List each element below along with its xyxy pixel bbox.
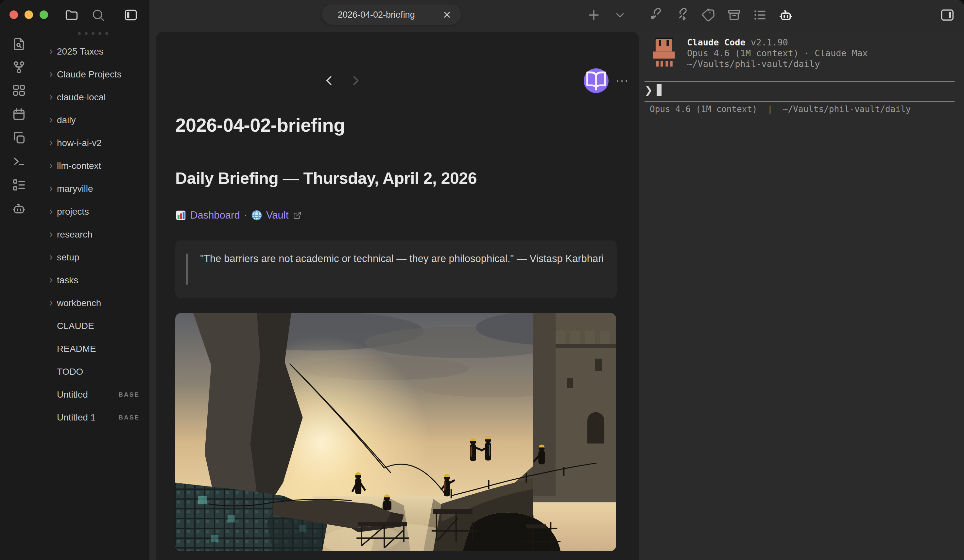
tab-list-chevron-down-icon[interactable] bbox=[612, 8, 627, 23]
git-fork-icon[interactable] bbox=[11, 60, 26, 75]
base-badge: BASE bbox=[118, 414, 140, 421]
tree-row-readme[interactable]: README bbox=[37, 338, 145, 359]
hero-image[interactable] bbox=[175, 313, 616, 551]
tree-row-how-i-ai-v2[interactable]: how-i-ai-v2 bbox=[37, 133, 145, 154]
claude-code-model-line: Opus 4.6 (1M context) · Claude Max bbox=[687, 48, 868, 58]
nav-back-icon[interactable] bbox=[322, 73, 337, 88]
note-heading[interactable]: Daily Briefing — Thursday, April 2, 2026 bbox=[175, 169, 477, 188]
tree-item-label: claude-local bbox=[57, 92, 106, 102]
prompt-chevron: ❯ bbox=[645, 84, 653, 96]
panel-left-toggle-icon[interactable] bbox=[124, 8, 138, 22]
tree-row-claude-projects[interactable]: Claude Projects bbox=[37, 64, 145, 85]
claude-code-cwd: ~/Vaults/phil-vault/daily bbox=[687, 58, 868, 69]
tree-item-label: tasks bbox=[57, 275, 78, 286]
tree-row-maryville[interactable]: maryville bbox=[37, 179, 145, 199]
tab-close-icon[interactable] bbox=[442, 10, 452, 19]
bar-chart-icon bbox=[175, 210, 186, 221]
outgoing-links-icon[interactable] bbox=[675, 8, 690, 23]
nav-forward-icon[interactable] bbox=[348, 73, 363, 88]
calendar-icon[interactable] bbox=[11, 107, 26, 122]
tree-row-claude[interactable]: CLAUDE bbox=[37, 316, 145, 336]
tree-item-label: README bbox=[57, 344, 96, 354]
new-tab-plus-icon[interactable] bbox=[586, 8, 601, 23]
tab-2026-04-02-briefing[interactable]: 2026-04-02-briefing bbox=[322, 5, 461, 25]
tree-row-todo[interactable]: TODO bbox=[37, 361, 145, 382]
layout-dashboard-icon[interactable] bbox=[11, 83, 26, 98]
tree-row-workbench[interactable]: workbench bbox=[37, 293, 145, 314]
terminal-prompt-row[interactable]: ❯ bbox=[645, 84, 661, 96]
tree-item-label: llm-context bbox=[57, 161, 101, 171]
traffic-lights bbox=[10, 10, 48, 19]
dashboard-link[interactable]: Dashboard bbox=[191, 209, 240, 221]
blockquote: "The barriers are not academic or techni… bbox=[175, 240, 617, 298]
ribbon-pager-dots bbox=[78, 32, 108, 35]
top-bar: 2026-04-02-briefing bbox=[150, 0, 964, 32]
blockquote-accent-bar bbox=[186, 253, 188, 285]
tree-item-label: 2025 Taxes bbox=[57, 46, 104, 57]
tree-row-untitled[interactable]: Untitled BASE bbox=[37, 384, 145, 405]
tree-item-label: daily bbox=[57, 115, 76, 125]
blockquote-text: "The barriers are not academic or techni… bbox=[200, 250, 609, 267]
claude-code-header: Claude Code v2.1.90 Opus 4.6 (1M context… bbox=[687, 37, 868, 69]
tree-row-setup[interactable]: setup bbox=[37, 247, 145, 268]
backlinks-icon[interactable] bbox=[649, 8, 664, 23]
folder-icon[interactable] bbox=[64, 8, 79, 22]
tree-item-label: Untitled 1 bbox=[57, 412, 96, 423]
panel-right-toggle-icon[interactable] bbox=[940, 8, 955, 23]
globe-icon bbox=[251, 210, 262, 221]
terminal-cursor bbox=[656, 84, 661, 96]
book-open-icon bbox=[584, 68, 609, 93]
external-link-icon bbox=[293, 211, 301, 219]
close-window-button[interactable] bbox=[10, 10, 18, 19]
chevron-right-icon bbox=[47, 231, 55, 238]
reading-mode-button[interactable] bbox=[584, 68, 609, 93]
bot-icon[interactable] bbox=[778, 8, 793, 23]
chevron-right-icon bbox=[47, 140, 55, 147]
vault-link[interactable]: Vault bbox=[266, 209, 288, 221]
tree-item-label: CLAUDE bbox=[57, 321, 94, 331]
tree-row-llm-context[interactable]: llm-context bbox=[37, 156, 145, 177]
quick-links-row: Dashboard · Vault bbox=[175, 209, 301, 221]
tree-item-label: setup bbox=[57, 252, 80, 263]
claude-code-panel: Claude Code v2.1.90 Opus 4.6 (1M context… bbox=[638, 32, 964, 560]
archive-icon[interactable] bbox=[726, 8, 742, 23]
tab-title: 2026-04-02-briefing bbox=[338, 10, 415, 20]
chevron-right-icon bbox=[47, 254, 55, 261]
link-separator: · bbox=[244, 209, 247, 221]
tree-row-projects[interactable]: projects bbox=[37, 201, 145, 222]
terminal-rule-top bbox=[645, 81, 954, 82]
chevron-right-icon bbox=[47, 185, 55, 192]
tree-item-label: Untitled bbox=[57, 390, 88, 400]
tree-item-label: maryville bbox=[57, 183, 93, 194]
tree-item-label: research bbox=[57, 229, 93, 240]
chevron-right-icon bbox=[47, 300, 55, 307]
copy-icon[interactable] bbox=[11, 130, 26, 145]
zoom-window-button[interactable] bbox=[39, 10, 48, 19]
search-icon[interactable] bbox=[91, 8, 105, 22]
chevron-right-icon bbox=[47, 71, 55, 78]
bot-icon[interactable] bbox=[11, 201, 26, 216]
left-sidebar: 2025 Taxes Claude Projects claude-local … bbox=[0, 0, 150, 560]
file-search-icon[interactable] bbox=[11, 37, 26, 52]
tree-row-2025-taxes[interactable]: 2025 Taxes bbox=[37, 41, 145, 62]
tree-row-research[interactable]: research bbox=[37, 224, 145, 245]
more-options-icon[interactable] bbox=[614, 73, 630, 89]
terminal-icon[interactable] bbox=[11, 154, 26, 169]
claude-code-logo bbox=[652, 37, 675, 68]
tree-row-daily[interactable]: daily bbox=[37, 110, 145, 131]
tree-item-label: TODO bbox=[57, 367, 83, 377]
tree-item-label: projects bbox=[57, 206, 89, 217]
tree-row-claude-local[interactable]: claude-local bbox=[37, 87, 145, 108]
tree-row-untitled-1[interactable]: Untitled 1 BASE bbox=[37, 407, 145, 428]
claude-code-app-name: Claude Code bbox=[687, 37, 746, 47]
outline-list-icon[interactable] bbox=[752, 8, 767, 23]
note-title[interactable]: 2026-04-02-briefing bbox=[175, 114, 345, 136]
chevron-right-icon bbox=[47, 94, 55, 101]
chevron-right-icon bbox=[47, 208, 55, 215]
minimize-window-button[interactable] bbox=[24, 10, 33, 19]
list-details-icon[interactable] bbox=[11, 177, 26, 192]
tag-icon[interactable] bbox=[701, 8, 716, 23]
tree-item-label: workbench bbox=[57, 298, 101, 308]
tree-item-label: Claude Projects bbox=[57, 69, 122, 80]
tree-row-tasks[interactable]: tasks bbox=[37, 270, 145, 291]
